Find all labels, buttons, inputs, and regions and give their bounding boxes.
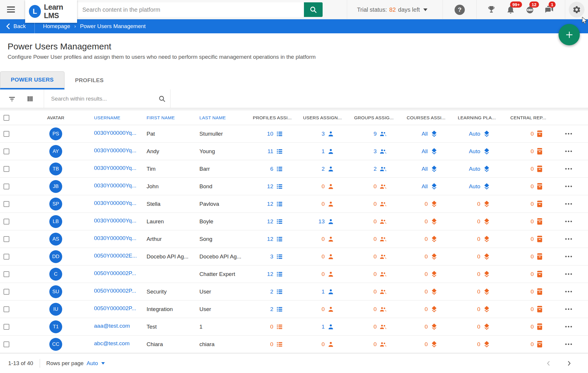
tab-profiles[interactable]: PROFILES	[65, 71, 114, 89]
learning-plans-cell[interactable]: 0	[444, 235, 496, 243]
users-assigned-cell[interactable]: 1	[289, 288, 340, 295]
users-assigned-cell[interactable]: 13	[289, 218, 340, 225]
profiles-assigned-cell[interactable]: 11	[253, 148, 289, 155]
username-link[interactable]: 0030Y00000Yq...	[94, 217, 136, 224]
learning-plans-cell[interactable]: 0	[444, 305, 496, 313]
groups-assigned-cell[interactable]: 9	[340, 130, 393, 137]
central-repository-cell[interactable]: 0	[496, 200, 549, 208]
groups-assigned-cell[interactable]: 3	[340, 148, 393, 155]
learning-plans-cell[interactable]: 0	[444, 218, 496, 225]
learning-plans-cell[interactable]: 0	[444, 288, 496, 296]
columns-icon[interactable]	[26, 95, 34, 103]
learning-plans-cell[interactable]: 0	[444, 323, 496, 331]
users-assigned-cell[interactable]: 0	[289, 253, 340, 260]
row-checkbox[interactable]	[4, 306, 9, 312]
row-menu-kebab-icon[interactable]	[549, 133, 588, 134]
rows-per-page-dropdown[interactable]: Auto	[86, 360, 105, 367]
row-menu-kebab-icon[interactable]	[549, 203, 588, 205]
learning-plans-cell[interactable]: 0	[444, 253, 496, 260]
users-assigned-cell[interactable]: 3	[289, 130, 340, 137]
row-menu-kebab-icon[interactable]	[549, 256, 588, 257]
row-checkbox[interactable]	[4, 148, 9, 154]
users-assigned-cell[interactable]: 1	[289, 323, 340, 330]
row-menu-kebab-icon[interactable]	[549, 343, 588, 345]
courses-assigned-cell[interactable]: All	[393, 148, 444, 155]
notifications-bell-icon[interactable]: 99+	[506, 5, 515, 14]
users-assigned-cell[interactable]: 0	[289, 236, 340, 243]
central-repository-cell[interactable]: 0	[496, 148, 549, 155]
help-icon[interactable]: ?	[455, 5, 465, 15]
central-repository-cell[interactable]: 0	[496, 235, 549, 243]
username-link[interactable]: 0050Y000002P...	[94, 288, 136, 294]
users-assigned-cell[interactable]: 1	[289, 148, 340, 155]
courses-assigned-cell[interactable]: 0	[393, 305, 444, 313]
groups-assigned-cell[interactable]: 0	[340, 201, 393, 208]
profiles-assigned-cell[interactable]: 2	[253, 288, 289, 295]
results-search-input[interactable]	[51, 96, 158, 102]
username-link[interactable]: 0050Y000002P...	[94, 305, 136, 312]
courses-assigned-cell[interactable]: 0	[393, 235, 444, 243]
users-assigned-cell[interactable]: 0	[289, 183, 340, 190]
breadcrumb-homepage[interactable]: Homepage	[43, 23, 70, 30]
courses-assigned-cell[interactable]: 0	[393, 270, 444, 278]
courses-assigned-cell[interactable]: All	[393, 165, 444, 173]
central-repository-cell[interactable]: 0	[496, 253, 549, 260]
trial-status-dropdown[interactable]: Trial status: 82 days left	[347, 6, 443, 13]
profiles-assigned-cell[interactable]: 12	[253, 183, 289, 190]
groups-assigned-cell[interactable]: 0	[340, 253, 393, 260]
learning-plans-cell[interactable]: Auto	[444, 148, 496, 155]
users-assigned-cell[interactable]: 2	[289, 165, 340, 172]
next-page-button[interactable]	[559, 360, 579, 367]
username-link[interactable]: 0030Y00000Yq...	[94, 235, 136, 241]
courses-assigned-cell[interactable]: 0	[393, 218, 444, 225]
select-all-checkbox[interactable]	[4, 115, 9, 121]
row-checkbox[interactable]	[4, 184, 9, 189]
users-assigned-cell[interactable]: 0	[289, 271, 340, 278]
profiles-assigned-cell[interactable]: 12	[253, 271, 289, 278]
messages-chat-icon[interactable]: 1	[544, 5, 554, 14]
courses-assigned-cell[interactable]: 0	[393, 341, 444, 348]
profiles-assigned-cell[interactable]: 3	[253, 253, 289, 260]
gamification-trophy-icon[interactable]	[487, 5, 496, 14]
row-checkbox[interactable]	[4, 219, 9, 225]
learning-plans-cell[interactable]: Auto	[444, 165, 496, 173]
central-repository-cell[interactable]: 0	[496, 341, 549, 348]
row-checkbox[interactable]	[4, 131, 9, 137]
profiles-assigned-cell[interactable]: 12	[253, 218, 289, 225]
central-repository-cell[interactable]: 0	[496, 130, 549, 137]
brand-logo[interactable]: L Learn LMS	[25, 0, 77, 23]
courses-assigned-cell[interactable]: 0	[393, 200, 444, 208]
groups-assigned-cell[interactable]: 0	[340, 341, 393, 348]
col-first-name[interactable]: FIRST NAME	[147, 115, 199, 120]
row-menu-kebab-icon[interactable]	[549, 326, 588, 327]
username-link[interactable]: 0050Y000002P...	[94, 270, 136, 277]
groups-assigned-cell[interactable]: 0	[340, 306, 393, 313]
row-checkbox[interactable]	[4, 166, 9, 172]
central-repository-cell[interactable]: 0	[496, 270, 549, 278]
courses-assigned-cell[interactable]: 0	[393, 323, 444, 331]
row-menu-kebab-icon[interactable]	[549, 151, 588, 152]
row-menu-kebab-icon[interactable]	[549, 273, 588, 275]
courses-assigned-cell[interactable]: All	[393, 130, 444, 138]
learning-plans-cell[interactable]: 0	[444, 341, 496, 348]
profiles-assigned-cell[interactable]: 12	[253, 201, 289, 208]
row-menu-kebab-icon[interactable]	[549, 308, 588, 310]
users-assigned-cell[interactable]: 0	[289, 341, 340, 348]
profiles-assigned-cell[interactable]: 2	[253, 306, 289, 313]
profiles-assigned-cell[interactable]: 10	[253, 130, 289, 137]
row-checkbox[interactable]	[4, 324, 9, 330]
central-repository-cell[interactable]: 0	[496, 305, 549, 313]
hamburger-menu-icon[interactable]	[0, 6, 20, 13]
row-checkbox[interactable]	[4, 341, 9, 347]
profiles-assigned-cell[interactable]: 12	[253, 236, 289, 243]
previous-page-button[interactable]	[538, 360, 559, 367]
learning-plans-cell[interactable]: 0	[444, 270, 496, 278]
central-repository-cell[interactable]: 0	[496, 323, 549, 330]
col-last-name[interactable]: LAST NAME	[199, 115, 253, 120]
courses-assigned-cell[interactable]: 0	[393, 288, 444, 296]
groups-assigned-cell[interactable]: 0	[340, 271, 393, 278]
central-repository-cell[interactable]: 0	[496, 218, 549, 225]
username-link[interactable]: 0030Y00000Yq...	[94, 147, 136, 154]
username-link[interactable]: 0050Y000002E...	[94, 253, 137, 259]
settings-gear-icon[interactable]	[569, 2, 584, 18]
